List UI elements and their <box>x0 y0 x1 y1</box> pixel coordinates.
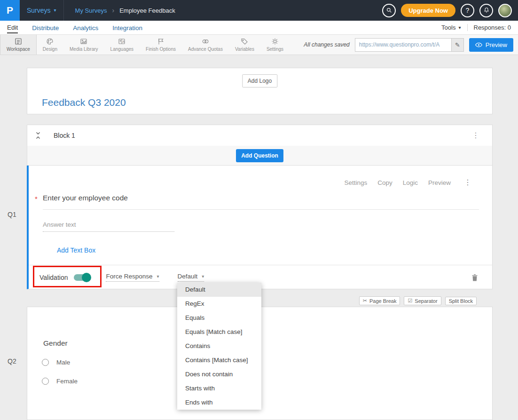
tab-distribute[interactable]: Distribute <box>32 23 59 33</box>
toolbar-item-variables[interactable]: Variables <box>229 35 260 55</box>
toolbar-item-workspace[interactable]: Workspace <box>0 35 37 55</box>
notifications-button[interactable] <box>479 4 493 17</box>
block-header: Block 1 ⋮ <box>27 125 493 146</box>
separator-button[interactable]: ☑ Separator <box>404 296 441 305</box>
menu-option-equals-match-case[interactable]: Equals [Match case] <box>177 325 261 339</box>
preview-button[interactable]: Preview <box>469 38 513 52</box>
block-menu-button[interactable]: ⋮ <box>472 132 479 139</box>
caret-down-icon: ▾ <box>458 25 461 30</box>
delete-question-button[interactable] <box>471 274 478 281</box>
search-button[interactable] <box>382 4 396 17</box>
menu-option-regex[interactable]: RegEx <box>177 297 261 311</box>
question-copy-link[interactable]: Copy <box>377 179 392 186</box>
toolbar-item-label: Finish Options <box>146 47 176 52</box>
design-icon <box>46 38 54 45</box>
survey-url-box: https://www.questionpro.com/t/A ✎ <box>355 38 464 52</box>
chevron-right-icon: › <box>112 7 115 14</box>
separator-label: Separator <box>415 298 437 304</box>
answer-option-female[interactable]: Female <box>42 378 78 385</box>
main-tab-bar: Edit Distribute Analytics Integration To… <box>0 21 518 35</box>
menu-option-contains-match-case[interactable]: Contains [Match case] <box>177 353 261 367</box>
menu-option-default[interactable]: Default <box>177 283 261 297</box>
question-1-text-value: Enter your employee code <box>43 194 128 202</box>
header-actions: Upgrade Now ? <box>382 4 518 17</box>
eye-icon <box>475 42 482 48</box>
toolbar-item-advance-quotas[interactable]: Advance Quotas <box>182 35 229 55</box>
trash-icon <box>471 274 478 281</box>
question-preview-link[interactable]: Preview <box>428 179 451 186</box>
question-actions: Settings Copy Logic Preview ⋮ <box>344 179 471 186</box>
checkbox-icon: ☑ <box>408 298 412 304</box>
caret-down-icon: ▾ <box>54 8 56 13</box>
survey-header-card: Add Logo Feedback Q3 2020 <box>27 68 493 114</box>
help-button[interactable]: ? <box>461 4 474 17</box>
tab-edit[interactable]: Edit <box>7 22 18 33</box>
toolbar-item-design[interactable]: Design <box>37 35 63 55</box>
languages-icon: A <box>118 38 126 45</box>
question-settings-link[interactable]: Settings <box>344 179 367 186</box>
tools-menu[interactable]: Tools ▾ <box>441 24 461 31</box>
survey-title[interactable]: Feedback Q3 2020 <box>42 97 126 108</box>
toolbar-item-settings[interactable]: Settings <box>260 35 290 55</box>
advance-quotas-icon <box>202 38 209 45</box>
breadcrumb: My Surveys › Employee Feedback <box>75 7 175 14</box>
force-response-dropdown[interactable]: Force Response ▾ <box>106 273 159 282</box>
question-menu-button[interactable]: ⋮ <box>464 179 471 186</box>
preview-button-label: Preview <box>486 41 507 48</box>
question-1-text[interactable]: * Enter your employee code <box>43 194 479 210</box>
collapse-icon <box>35 132 41 139</box>
force-response-value: Force Response <box>106 273 152 280</box>
questionpro-logo[interactable]: P <box>0 0 20 21</box>
block-title[interactable]: Block 1 <box>54 132 75 139</box>
toolbar-item-label: Settings <box>267 47 283 52</box>
toolbar-item-media-library[interactable]: Media Library <box>63 35 104 55</box>
menu-option-ends-with[interactable]: Ends with <box>177 396 261 410</box>
split-block-button[interactable]: Split Block <box>445 297 477 305</box>
menu-option-contains[interactable]: Contains <box>177 339 261 353</box>
add-question-button[interactable]: Add Question <box>236 149 283 162</box>
pencil-icon: ✎ <box>455 41 460 48</box>
question-number-q1: Q1 <box>8 211 16 218</box>
question-logic-link[interactable]: Logic <box>403 179 418 186</box>
add-logo-button[interactable]: Add Logo <box>242 74 277 87</box>
toolbar-right: All changes saved https://www.questionpr… <box>304 35 518 55</box>
toolbar-item-label: Design <box>43 47 57 52</box>
collapse-block-button[interactable] <box>35 132 41 139</box>
menu-option-does-not-contain[interactable]: Does not contain <box>177 367 261 381</box>
edit-url-button[interactable]: ✎ <box>451 39 463 51</box>
validation-type-value: Default <box>178 273 198 280</box>
toolbar-item-label: Advance Quotas <box>188 47 223 52</box>
workspace-icon <box>15 38 22 45</box>
save-status: All changes saved <box>304 41 349 48</box>
breadcrumb-my-surveys[interactable]: My Surveys <box>75 7 107 14</box>
surveys-menu[interactable]: Surveys ▾ <box>20 0 63 21</box>
validation-type-menu: Default RegEx Equals Equals [Match case]… <box>177 283 261 410</box>
validation-type-dropdown[interactable]: Default ▾ <box>178 273 204 282</box>
menu-option-starts-with[interactable]: Starts with <box>177 381 261 396</box>
validation-toggle[interactable] <box>74 274 90 281</box>
question-mark-icon: ? <box>466 7 470 14</box>
radio-button-icon[interactable] <box>42 359 49 366</box>
toolbar-item-languages[interactable]: A Languages <box>104 35 140 55</box>
menu-option-equals[interactable]: Equals <box>177 311 261 325</box>
upgrade-now-button[interactable]: Upgrade Now <box>401 4 455 17</box>
tab-analytics[interactable]: Analytics <box>73 23 98 33</box>
question-2-text[interactable]: Gender <box>43 339 68 348</box>
vertical-divider <box>467 24 468 31</box>
responses-count[interactable]: Responses: 0 <box>474 24 511 31</box>
answer-option-label: Male <box>56 359 70 366</box>
radio-button-icon[interactable] <box>42 378 49 385</box>
scissors-icon: ✂ <box>363 298 367 304</box>
page-break-button[interactable]: ✂ Page Break <box>359 296 400 305</box>
survey-url-input[interactable]: https://www.questionpro.com/t/A <box>355 41 451 48</box>
svg-text:A: A <box>123 40 125 43</box>
tab-integration[interactable]: Integration <box>112 23 142 33</box>
surveys-menu-label: Surveys <box>27 7 51 14</box>
toolbar-item-finish-options[interactable]: Finish Options <box>140 35 182 55</box>
answer-text-field[interactable]: Answer text <box>43 221 174 232</box>
editor-toolbar: Workspace Design Media Library A Languag… <box>0 35 518 55</box>
user-avatar[interactable] <box>498 4 512 17</box>
answer-option-male[interactable]: Male <box>42 359 70 366</box>
add-text-box-link[interactable]: Add Text Box <box>57 246 95 254</box>
question-number-q2: Q2 <box>8 357 16 365</box>
